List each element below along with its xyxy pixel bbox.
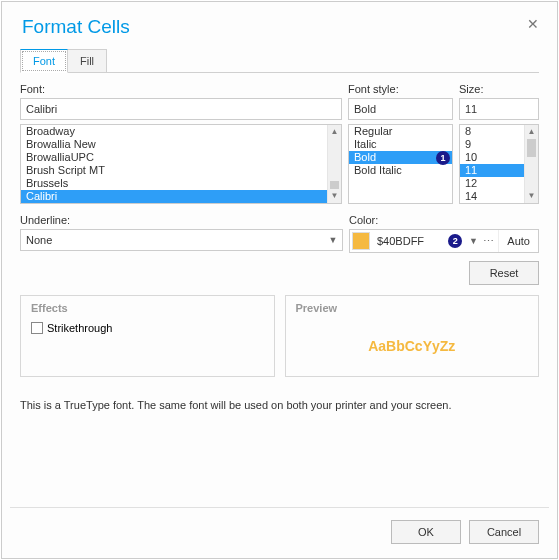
- size-input[interactable]: [459, 98, 539, 120]
- list-item[interactable]: Bold Italic: [349, 164, 452, 177]
- scrollbar[interactable]: ▲ ▼: [524, 125, 538, 203]
- strikethrough-checkbox[interactable]: Strikethrough: [31, 322, 264, 334]
- list-item[interactable]: Regular: [349, 125, 452, 138]
- color-label: Color:: [349, 214, 539, 226]
- divider: [10, 507, 549, 508]
- color-value: $40BDFF: [372, 235, 448, 247]
- checkbox-icon: [31, 322, 43, 334]
- scroll-thumb[interactable]: [527, 139, 536, 157]
- title-bar: Format Cells ✕: [2, 2, 557, 48]
- ok-button[interactable]: OK: [391, 520, 461, 544]
- underline-dropdown[interactable]: None ▼: [20, 229, 343, 251]
- scroll-up-icon[interactable]: ▲: [328, 125, 341, 139]
- more-icon[interactable]: ⋯: [480, 235, 498, 248]
- list-item[interactable]: 14: [460, 190, 524, 203]
- size-label: Size:: [459, 83, 539, 95]
- tab-strip: Font Fill: [20, 48, 539, 73]
- preview-panel: Preview AaBbCcYyZz: [285, 295, 540, 377]
- font-style-label: Font style:: [348, 83, 453, 95]
- font-listbox[interactable]: Broadway Browallia New BrowalliaUPC Brus…: [20, 124, 342, 204]
- color-swatch: [352, 232, 370, 250]
- list-item[interactable]: Calibri: [21, 190, 327, 203]
- reset-button[interactable]: Reset: [469, 261, 539, 285]
- list-item[interactable]: 10: [460, 151, 524, 164]
- preview-title: Preview: [296, 302, 529, 314]
- list-item[interactable]: Bold 1: [349, 151, 452, 164]
- chevron-down-icon[interactable]: ▼: [466, 236, 480, 246]
- list-item[interactable]: 12: [460, 177, 524, 190]
- list-item[interactable]: Brussels: [21, 177, 327, 190]
- color-picker[interactable]: $40BDFF 2 ▼ ⋯ Auto: [349, 229, 539, 253]
- list-item[interactable]: 9: [460, 138, 524, 151]
- font-input[interactable]: [20, 98, 342, 120]
- scroll-up-icon[interactable]: ▲: [525, 125, 538, 139]
- list-item[interactable]: Broadway: [21, 125, 327, 138]
- chevron-down-icon: ▼: [324, 235, 342, 245]
- dialog-title: Format Cells: [22, 16, 130, 38]
- list-item[interactable]: 8: [460, 125, 524, 138]
- scroll-down-icon[interactable]: ▼: [525, 189, 538, 203]
- list-item-label: Bold: [354, 151, 376, 163]
- color-auto-button[interactable]: Auto: [498, 230, 538, 252]
- effects-title: Effects: [31, 302, 264, 314]
- font-style-input[interactable]: [348, 98, 453, 120]
- font-footnote: This is a TrueType font. The same font w…: [20, 399, 539, 411]
- font-style-listbox[interactable]: Regular Italic Bold 1 Bold Italic: [348, 124, 453, 204]
- size-listbox[interactable]: 8 9 10 11 12 14 ▲ ▼: [459, 124, 539, 204]
- format-cells-dialog: Format Cells ✕ Font Fill Font: Broadway …: [1, 1, 558, 559]
- preview-sample: AaBbCcYyZz: [368, 338, 455, 354]
- font-label: Font:: [20, 83, 342, 95]
- scroll-down-icon[interactable]: ▼: [328, 189, 341, 203]
- underline-label: Underline:: [20, 214, 343, 226]
- list-item[interactable]: 11: [460, 164, 524, 177]
- list-item[interactable]: Browallia New: [21, 138, 327, 151]
- underline-value: None: [21, 234, 324, 246]
- tab-fill[interactable]: Fill: [68, 49, 107, 73]
- tab-font[interactable]: Font: [20, 49, 68, 73]
- strikethrough-label: Strikethrough: [47, 322, 112, 334]
- list-item[interactable]: Brush Script MT: [21, 164, 327, 177]
- scroll-thumb[interactable]: [330, 181, 339, 189]
- close-icon[interactable]: ✕: [527, 16, 539, 32]
- scrollbar[interactable]: ▲ ▼: [327, 125, 341, 203]
- annotation-2: 2: [448, 234, 462, 248]
- annotation-1: 1: [436, 151, 450, 165]
- cancel-button[interactable]: Cancel: [469, 520, 539, 544]
- effects-panel: Effects Strikethrough: [20, 295, 275, 377]
- list-item[interactable]: Italic: [349, 138, 452, 151]
- list-item[interactable]: BrowalliaUPC: [21, 151, 327, 164]
